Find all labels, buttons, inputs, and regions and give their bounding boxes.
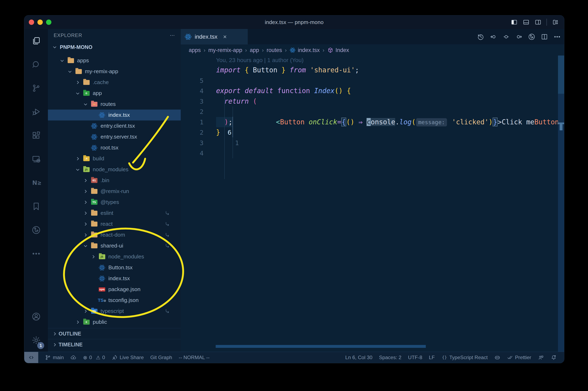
vertical-scrollbar[interactable]	[558, 56, 564, 352]
code-line[interactable]: 2 );	[181, 117, 558, 127]
history-icon[interactable]	[477, 33, 484, 40]
activitybar-more-views[interactable]	[24, 242, 48, 265]
indent-guide-active	[232, 117, 233, 137]
status-live-share[interactable]: Live Share	[112, 354, 144, 361]
status-feedback[interactable]	[538, 354, 544, 361]
toggle-panel-icon[interactable]	[523, 19, 530, 26]
tree-item-eslint[interactable]: eslint	[48, 208, 181, 218]
status-copilot[interactable]	[494, 354, 500, 361]
status-prettier[interactable]: Prettier	[507, 354, 531, 361]
status-language-mode[interactable]: {}TypeScript React	[441, 354, 488, 361]
status-cursor-position[interactable]: Ln 6, Col 30	[345, 355, 372, 360]
remote-indicator[interactable]	[24, 352, 38, 363]
activitybar-settings[interactable]: 1	[24, 328, 48, 352]
status-branch[interactable]: main	[45, 354, 64, 361]
breadcrumb-label: my-remix-app	[208, 47, 242, 53]
activitybar-remote-explorer[interactable]	[24, 147, 48, 171]
toggle-sidebar-icon[interactable]	[511, 19, 518, 26]
more-actions-icon[interactable]	[553, 33, 561, 40]
status-problems[interactable]: ⊗0⚠0	[83, 355, 105, 361]
workspace-section-header[interactable]: PNPM-MONO	[48, 42, 181, 52]
tree-item-@remix-run[interactable]: @remix-run	[48, 186, 181, 197]
activitybar-bookmarks[interactable]	[24, 195, 48, 218]
tree-item-label: my-remix-app	[85, 68, 118, 75]
git-graph-icon[interactable]	[528, 33, 535, 40]
tree-item-node_modules[interactable]: JS node_modules	[48, 164, 181, 175]
activitybar-git-graph[interactable]	[24, 218, 48, 242]
tree-item-node_modules[interactable]: JS node_modules	[48, 251, 181, 262]
breadcrumb-item-index.tsx[interactable]: index.tsx	[290, 47, 320, 53]
tree-item-react-dom[interactable]: react-dom	[48, 229, 181, 240]
tree-item-build[interactable]: ◔ build	[48, 153, 181, 164]
activitybar-nx-console[interactable]: N≥	[24, 171, 48, 195]
tree-item-typescript[interactable]: TS typescript	[48, 306, 181, 317]
tree-item-app[interactable]: ⚙ app	[48, 88, 181, 99]
activitybar-search[interactable]	[24, 53, 48, 76]
code-line[interactable]: 5 import { Button } from 'shared-ui';	[181, 65, 558, 76]
close-window-button[interactable]	[29, 19, 34, 25]
status-sync[interactable]	[70, 354, 77, 361]
react-icon	[185, 33, 192, 40]
code-line[interactable]: 1 6 <Button onClick={() ⇒ console.log(me…	[181, 106, 558, 117]
horizontal-scrollbar[interactable]	[216, 345, 426, 348]
split-editor-icon[interactable]	[541, 33, 548, 40]
breadcrumb-item-apps[interactable]: apps	[189, 47, 201, 53]
tree-item-index.tsx[interactable]: index.tsx	[48, 109, 181, 120]
outline-section[interactable]: OUTLINE	[48, 328, 181, 339]
status-indentation[interactable]: Spaces: 2	[379, 355, 401, 360]
tree-item-.bin[interactable]: 01 .bin	[48, 175, 181, 186]
tree-item-root.tsx[interactable]: root.tsx	[48, 142, 181, 153]
breadcrumb-item-Index[interactable]: Index	[327, 47, 349, 53]
tree-item-tsconfig.json[interactable]: TS⚙ tsconfig.json	[48, 295, 181, 306]
activitybar-source-control[interactable]	[24, 76, 48, 100]
breadcrumb-item-routes[interactable]: routes	[267, 47, 282, 53]
current-change-icon[interactable]	[502, 33, 510, 40]
activitybar-extensions[interactable]	[24, 123, 48, 147]
explorer-more-icon[interactable]: ⋯	[170, 32, 175, 38]
status-notifications[interactable]	[551, 354, 557, 361]
activitybar-explorer[interactable]	[24, 29, 48, 53]
tree-item-index.tsx[interactable]: index.tsx	[48, 273, 181, 284]
tree-item-.cache[interactable]: .cache	[48, 77, 181, 88]
tree-item-apps[interactable]: apps	[48, 55, 181, 66]
toggle-secondary-sidebar-icon[interactable]	[535, 19, 542, 26]
activitybar-run-debug[interactable]	[24, 100, 48, 123]
zoom-window-button[interactable]	[46, 19, 51, 25]
tree-item-entry.client.tsx[interactable]: entry.client.tsx	[48, 120, 181, 131]
next-change-icon[interactable]	[515, 33, 523, 40]
code-line[interactable]: 4	[181, 138, 558, 148]
breadcrumb-item-my-remix-app[interactable]: my-remix-app	[208, 47, 242, 53]
tree-item-entry.server.tsx[interactable]: entry.server.tsx	[48, 131, 181, 142]
prev-change-icon[interactable]	[490, 33, 497, 40]
react-icon	[90, 144, 99, 151]
editor-actions	[477, 29, 561, 44]
tree-item-package.json[interactable]: npm package.json	[48, 284, 181, 295]
folder-node-modules-icon: JS	[82, 167, 91, 172]
activitybar-account[interactable]	[24, 305, 48, 328]
tree-item-routes[interactable]: ⊶ routes	[48, 99, 181, 109]
minimize-window-button[interactable]	[37, 19, 43, 25]
status-eol[interactable]: LF	[429, 355, 435, 360]
tree-item-my-remix-app[interactable]: my-remix-app	[48, 66, 181, 77]
tab-index-tsx[interactable]: index.tsx	[181, 29, 248, 44]
tree-item-@types[interactable]: TS @types	[48, 197, 181, 208]
status-vim-mode[interactable]: -- NORMAL --	[179, 355, 209, 360]
tree-item-public[interactable]: ꔰ public	[48, 317, 181, 327]
tree-item-shared-ui[interactable]: shared-ui	[48, 240, 181, 251]
close-tab-icon[interactable]	[222, 34, 227, 39]
status-git-graph[interactable]: Git Graph	[150, 355, 172, 360]
code-line[interactable]: 3 export default function Index() {	[181, 86, 558, 96]
customize-layout-icon[interactable]	[552, 19, 559, 26]
scrollbar-thumb[interactable]	[558, 56, 564, 94]
code-line[interactable]: 3 }	[181, 127, 558, 138]
status-encoding[interactable]: UTF-8	[408, 355, 422, 360]
tree-item-Button.tsx[interactable]: Button.tsx	[48, 262, 181, 273]
symlink-icon	[165, 243, 170, 249]
file-tree: apps my-remix-app .cache ⚙ app ⊶ routes …	[48, 55, 181, 327]
timeline-section[interactable]: TIMELINE	[48, 339, 181, 350]
code-area[interactable]: You, 23 hours ago | 1 author (You) 5 imp…	[181, 56, 558, 352]
code-line[interactable]: 2 return (	[181, 96, 558, 107]
tree-item-react[interactable]: react	[48, 218, 181, 229]
code-line[interactable]: 4	[181, 76, 558, 86]
breadcrumb-item-app[interactable]: app	[250, 47, 259, 53]
